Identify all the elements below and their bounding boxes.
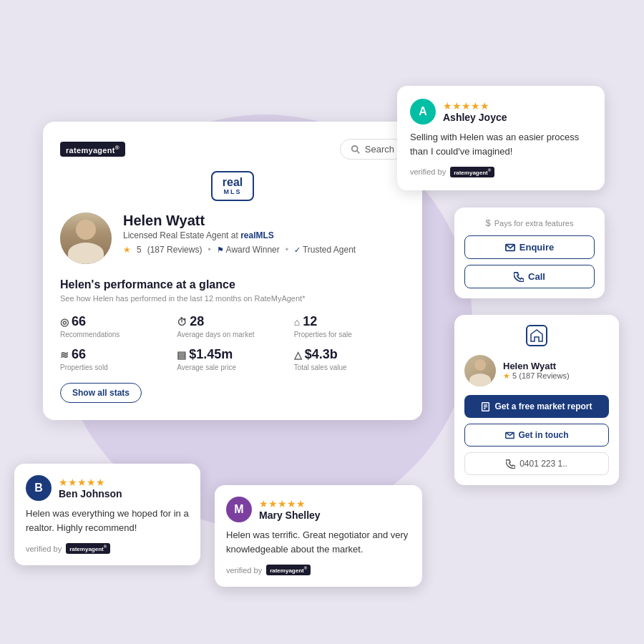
agent-avatar: [60, 213, 112, 264]
stat-properties-sale: ⌂12 Properties for sale: [294, 314, 405, 338]
agent-name: Helen Wyatt: [123, 213, 356, 229]
stat-avg-price: ▤$1.45m Average sale price: [177, 347, 288, 371]
review-card-mary: M ★★★★★ Mary Shelley Helen was terrific.…: [215, 485, 422, 587]
verified-logo: ratemyagent®: [450, 167, 494, 177]
performance-title: Helen's performance at a glance: [60, 278, 405, 291]
performance-subtitle: See how Helen has performed in the last …: [60, 294, 405, 303]
get-report-button[interactable]: Get a free market report: [464, 395, 609, 418]
widget-real-icon: [530, 328, 544, 343]
action-card: $ Pays for extra features Enquire Call: [454, 208, 605, 298]
mary-verified: verified by ratemyagent®: [226, 565, 411, 575]
main-profile-card: ratemyagent® Search real MLS Helen Wyatt…: [43, 122, 422, 420]
ben-avatar: B: [26, 475, 52, 501]
stat-days-market: ⏱28 Average days on market: [177, 314, 288, 338]
stats-grid: ◎66 Recommendations ⏱28 Average days on …: [60, 314, 405, 371]
widget-rating: ★ 5 (187 Reviews): [503, 371, 570, 381]
ashley-verified: verified by ratemyagent®: [410, 167, 592, 177]
widget-agent-info: Helen Wyatt ★ 5 (187 Reviews): [464, 355, 609, 386]
agent-title: Licensed Real Estate Agent at realMLS: [123, 230, 356, 240]
report-icon: [481, 402, 490, 411]
mary-verified-logo: ratemyagent®: [266, 565, 311, 575]
award-badge: ⚑ Award Winner: [217, 245, 280, 255]
ben-name: Ben Johnson: [59, 488, 122, 499]
agent-rating: 5: [137, 245, 142, 255]
show-all-stats-button[interactable]: Show all stats: [60, 383, 142, 403]
ben-review-header: B ★★★★★ Ben Johnson: [26, 475, 189, 501]
ashley-avatar: A: [410, 99, 436, 125]
mary-name: Mary Shelley: [259, 509, 321, 521]
widget-card: Helen Wyatt ★ 5 (187 Reviews) Get a free…: [454, 315, 619, 485]
touch-icon: [505, 431, 514, 440]
agent-details: Helen Wyatt Licensed Real Estate Agent a…: [123, 213, 356, 255]
phone-icon: [506, 459, 515, 469]
search-label: Search: [365, 144, 394, 155]
agent-info: Helen Wyatt Licensed Real Estate Agent a…: [60, 213, 405, 264]
avatar-image: [60, 213, 112, 264]
stat-recommendations: ◎66 Recommendations: [60, 314, 171, 338]
call-icon: [514, 272, 524, 282]
svg-point-0: [352, 145, 358, 151]
mary-review-text: Helen was terrific. Great negotiator and…: [226, 528, 411, 556]
ben-stars: ★★★★★: [59, 477, 122, 488]
review-count: (187 Reviews): [147, 245, 203, 255]
ben-info: ★★★★★ Ben Johnson: [59, 477, 122, 499]
mary-avatar: M: [226, 497, 252, 522]
widget-avatar: [464, 355, 496, 386]
real-mls-box: real MLS: [211, 171, 254, 201]
svg-line-1: [357, 150, 360, 153]
card-header: ratemyagent® Search: [60, 139, 405, 160]
review-card-ashley: A ★★★★★ Ashley Joyce Selling with Helen …: [397, 86, 605, 190]
enquire-button[interactable]: Enquire: [464, 235, 595, 259]
pays-extra-label: $ Pays for extra features: [464, 218, 595, 228]
stat-properties-sold: ≋66 Properties sold: [60, 347, 171, 371]
phone-button[interactable]: 0401 223 1..: [464, 452, 609, 475]
ashley-name: Ashley Joyce: [443, 112, 507, 123]
mary-info: ★★★★★ Mary Shelley: [259, 498, 321, 521]
call-button[interactable]: Call: [464, 265, 595, 288]
ashley-review-text: Selling with Helen was an easier process…: [410, 130, 592, 158]
ratemyagent-logo: ratemyagent®: [60, 142, 125, 157]
mary-stars: ★★★★★: [259, 498, 321, 509]
ashley-info: ★★★★★ Ashley Joyce: [443, 100, 507, 123]
agent-badges: ★ 5 (187 Reviews) • ⚑ Award Winner • ✓ T…: [123, 245, 356, 255]
enquire-icon: [505, 243, 515, 253]
search-icon: [351, 145, 361, 155]
ashley-review-header: A ★★★★★ Ashley Joyce: [410, 99, 592, 125]
search-bar[interactable]: Search: [340, 139, 405, 160]
mary-review-header: M ★★★★★ Mary Shelley: [226, 497, 411, 522]
widget-real-logo: [464, 325, 609, 346]
ben-verified: verified by ratemyagent®: [26, 543, 189, 554]
real-mls-logo: real MLS: [60, 171, 405, 201]
ben-verified-logo: ratemyagent®: [66, 543, 110, 554]
get-in-touch-button[interactable]: Get in touch: [464, 424, 609, 447]
widget-agent-details: Helen Wyatt ★ 5 (187 Reviews): [503, 361, 570, 381]
review-card-ben: B ★★★★★ Ben Johnson Helen was everything…: [14, 464, 200, 565]
trusted-badge: ✓ Trusted Agent: [294, 245, 356, 255]
ben-review-text: Helen was everything we hoped for in a r…: [26, 507, 189, 535]
rating-stars: ★: [123, 245, 131, 255]
ashley-stars: ★★★★★: [443, 100, 507, 112]
stat-total-value: △$4.3b Total sales value: [294, 347, 405, 371]
